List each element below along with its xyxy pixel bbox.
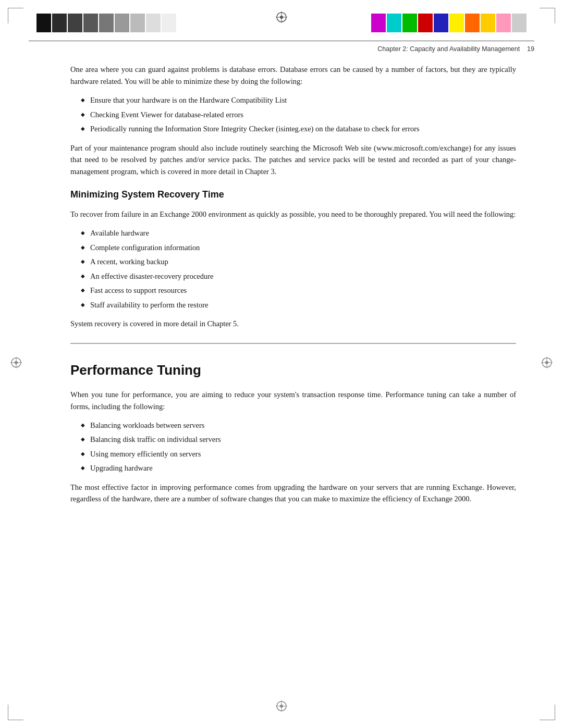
color-block-pink bbox=[496, 14, 511, 32]
bullet-item: Complete configuration information bbox=[70, 242, 516, 253]
color-block-mid1 bbox=[99, 14, 114, 32]
minimizing-heading: Minimizing System Recovery Time bbox=[70, 188, 516, 202]
section-divider bbox=[70, 343, 516, 344]
bullet-item: Ensure that your hardware is on the Hard… bbox=[70, 94, 516, 106]
performance-closing: The most effective factor in improving p… bbox=[70, 482, 516, 505]
color-strip-left bbox=[36, 14, 176, 32]
bullet-item: Available hardware bbox=[70, 227, 516, 239]
color-block-amber bbox=[481, 14, 495, 32]
side-reg-mark-right bbox=[541, 356, 553, 371]
system-recovery-note: System recovery is covered in more detai… bbox=[70, 318, 516, 329]
chapter-header: Chapter 2: Capacity and Availability Man… bbox=[29, 41, 534, 54]
side-reg-mark-left bbox=[10, 356, 22, 371]
header-bar bbox=[0, 0, 563, 36]
page: Chapter 2: Capacity and Availability Man… bbox=[0, 0, 563, 728]
color-block-red bbox=[418, 14, 433, 32]
bullet-item: Staff availability to perform the restor… bbox=[70, 299, 516, 311]
bullet-item: Balancing workloads between servers bbox=[70, 419, 516, 431]
color-block-white bbox=[162, 14, 176, 32]
color-block-mid2 bbox=[115, 14, 129, 32]
color-block-dark3 bbox=[83, 14, 98, 32]
color-block-yellow bbox=[449, 14, 464, 32]
bottom-reg-mark bbox=[276, 700, 287, 715]
color-block-silver bbox=[512, 14, 527, 32]
bullet-item: A recent, working backup bbox=[70, 256, 516, 267]
color-block-blue bbox=[434, 14, 448, 32]
color-block-light2 bbox=[146, 14, 161, 32]
performance-bullet-list: Balancing workloads between servers Bala… bbox=[70, 419, 516, 474]
minimizing-bullet-list: Available hardware Complete configuratio… bbox=[70, 227, 516, 311]
performance-heading: Performance Tuning bbox=[70, 360, 516, 380]
color-block-dark2 bbox=[68, 14, 82, 32]
bullet-item: An effective disaster-recovery procedure bbox=[70, 270, 516, 282]
minimizing-intro: To recover from failure in an Exchange 2… bbox=[70, 208, 516, 220]
color-block-light1 bbox=[130, 14, 145, 32]
bullet-item: Using memory efficiently on servers bbox=[70, 448, 516, 460]
main-content: One area where you can guard against pro… bbox=[0, 54, 563, 533]
corner-br bbox=[540, 705, 555, 720]
bullet-item: Periodically running the Information Sto… bbox=[70, 123, 516, 134]
color-strip-right bbox=[371, 14, 527, 32]
bullet-item: Balancing disk traffic on individual ser… bbox=[70, 434, 516, 445]
color-block-orange bbox=[465, 14, 480, 32]
color-block-green bbox=[402, 14, 417, 32]
bullet-item: Fast access to support resources bbox=[70, 285, 516, 296]
corner-bl bbox=[8, 705, 23, 720]
color-block-dark1 bbox=[52, 14, 67, 32]
intro-paragraph: One area where you can guard against pro… bbox=[70, 64, 516, 87]
bullet-item: Checking Event Viewer for database-relat… bbox=[70, 109, 516, 120]
intro-bullet-list: Ensure that your hardware is on the Hard… bbox=[70, 94, 516, 134]
color-block-black bbox=[36, 14, 51, 32]
performance-intro: When you tune for performance, you are a… bbox=[70, 389, 516, 412]
chapter-label: Chapter 2: Capacity and Availability Man… bbox=[377, 45, 520, 53]
maintenance-paragraph: Part of your maintenance program should … bbox=[70, 142, 516, 177]
bullet-item: Upgrading hardware bbox=[70, 462, 516, 474]
color-block-cyan bbox=[387, 14, 401, 32]
top-center-reg-mark bbox=[276, 11, 287, 26]
color-block-magenta bbox=[371, 14, 386, 32]
page-number: 19 bbox=[527, 45, 534, 53]
